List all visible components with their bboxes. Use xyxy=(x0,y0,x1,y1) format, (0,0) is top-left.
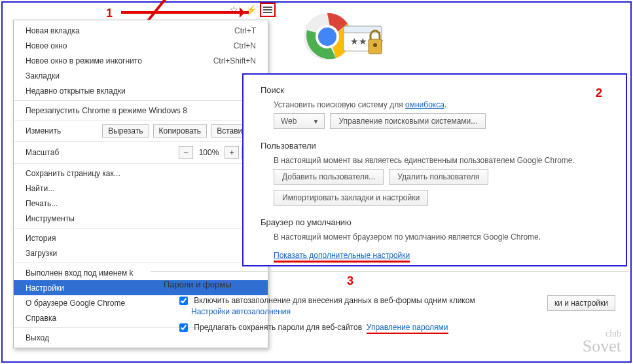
menu-cut-button[interactable]: Вырезать xyxy=(102,124,149,137)
partial-import-button[interactable]: ки и настройки xyxy=(547,295,615,311)
menu-label: История xyxy=(26,234,256,243)
menu-accelerator: Ctrl+N xyxy=(234,41,256,50)
annotation-step-2: 2 xyxy=(596,86,602,100)
menu-downloads[interactable]: Загрузки xyxy=(14,246,268,261)
zoom-value: 100% xyxy=(196,148,222,157)
settings-page-panel: 2 Поиск Установить поисковую систему для… xyxy=(242,73,627,266)
annotation-arrow-1 xyxy=(121,11,249,14)
menu-accelerator: Ctrl+T xyxy=(234,26,256,35)
autofill-checkbox[interactable] xyxy=(179,297,188,305)
select-value: Web xyxy=(281,117,297,126)
menu-separator xyxy=(14,120,267,120)
menu-print[interactable]: Печать... xyxy=(14,196,268,211)
search-description: Установить поисковую систему для омнибок… xyxy=(274,100,609,109)
menu-edit-label: Изменить xyxy=(26,126,98,136)
text: Установить поисковую систему для xyxy=(274,100,405,109)
chevron-down-icon: ▼ xyxy=(312,118,319,125)
default-search-select[interactable]: Web ▼ xyxy=(274,113,325,129)
menu-label: Загрузки xyxy=(26,249,256,258)
menu-zoom-label: Масштаб xyxy=(26,148,176,157)
save-passwords-checkbox[interactable] xyxy=(179,323,188,332)
menu-separator xyxy=(14,228,267,228)
menu-label: Печать... xyxy=(26,199,256,208)
menu-accelerator: Ctrl+Shift+N xyxy=(213,56,256,65)
manage-passwords-link[interactable]: Управление паролями xyxy=(367,323,448,334)
add-user-button[interactable]: Добавить пользователя... xyxy=(274,169,384,185)
menu-label: Перезапустить Chrome в режиме Windows 8 xyxy=(26,106,256,115)
annotation-step-1: 1 xyxy=(106,7,113,20)
menu-edit-row: Изменить Вырезать Копировать Вставить xyxy=(14,122,268,139)
menu-incognito[interactable]: Новое окно в режиме инкогнито Ctrl+Shift… xyxy=(14,53,268,68)
menu-copy-button[interactable]: Копировать xyxy=(153,124,208,137)
menu-relaunch-win8[interactable]: Перезапустить Chrome в режиме Windows 8 xyxy=(14,103,268,118)
annotation-step-3: 3 xyxy=(347,274,353,288)
autofill-settings-link[interactable]: Настройки автозаполнения xyxy=(177,307,291,316)
menu-label: Закладки xyxy=(26,71,256,81)
chrome-passwords-illustration: ★★★★ xyxy=(298,4,389,69)
menu-new-window[interactable]: Новое окно Ctrl+N xyxy=(14,38,268,53)
menu-separator xyxy=(14,100,267,101)
passwords-forms-section: Пароли и формы 3 ки и настройки Включить… xyxy=(151,271,628,356)
svg-point-7 xyxy=(373,43,377,47)
section-passwords-title: Пароли и формы xyxy=(164,280,615,289)
menu-label: Новое окно xyxy=(26,41,234,50)
menu-label: Новая вкладка xyxy=(26,26,234,35)
manage-search-engines-button[interactable]: Управление поисковыми системами... xyxy=(330,113,486,129)
autofill-label: Включить автозаполнение для внесения дан… xyxy=(194,296,475,305)
menu-tools[interactable]: Инструменты xyxy=(14,211,268,226)
text: . xyxy=(444,100,446,109)
omnibox-link[interactable]: омнибокса xyxy=(405,100,444,109)
menu-button[interactable] xyxy=(260,3,276,17)
hamburger-icon xyxy=(263,9,272,10)
section-default-browser-title: Браузер по умолчанию xyxy=(261,217,609,227)
menu-recent-tabs[interactable]: Недавно открытые вкладки xyxy=(14,83,268,98)
save-passwords-label: Предлагать сохранять пароли для веб-сайт… xyxy=(194,323,362,332)
section-search-title: Поиск xyxy=(261,85,609,95)
menu-history[interactable]: История xyxy=(14,230,268,246)
show-advanced-settings-link[interactable]: Показать дополнительные настройки xyxy=(274,251,410,263)
menu-label: Найти... xyxy=(26,184,256,193)
menu-save-page[interactable]: Сохранить страницу как... xyxy=(14,166,268,181)
menu-separator xyxy=(14,141,267,142)
default-browser-description: В настоящий момент браузером по умолчани… xyxy=(274,232,609,242)
menu-bookmarks[interactable]: Закладки xyxy=(14,68,268,83)
menu-label: Новое окно в режиме инкогнито xyxy=(26,56,213,65)
zoom-out-button[interactable]: – xyxy=(179,146,193,159)
section-users-title: Пользователи xyxy=(261,141,609,151)
menu-label: Инструменты xyxy=(26,214,256,223)
users-description: В настоящий момент вы являетесь единстве… xyxy=(274,156,609,165)
menu-separator xyxy=(14,163,267,164)
menu-new-tab[interactable]: Новая вкладка Ctrl+T xyxy=(14,23,268,38)
delete-user-button[interactable]: Удалить пользователя xyxy=(389,169,488,185)
menu-zoom-row: Масштаб – 100% + ⛶ xyxy=(14,144,268,161)
import-bookmarks-button[interactable]: Импортировать закладки и настройки xyxy=(274,190,428,206)
menu-separator xyxy=(14,263,267,263)
menu-label: Сохранить страницу как... xyxy=(26,169,256,178)
menu-label: Недавно открытые вкладки xyxy=(26,86,256,96)
zoom-in-button[interactable]: + xyxy=(225,146,239,159)
menu-find[interactable]: Найти... xyxy=(14,181,268,196)
